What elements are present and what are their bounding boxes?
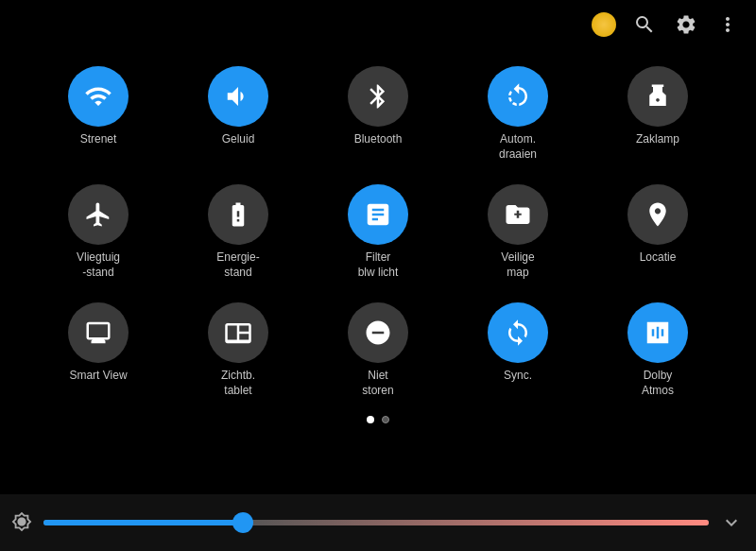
tile-label-autom-draaien: Autom.draaien bbox=[499, 132, 537, 162]
tile-sync[interactable]: Sync. bbox=[448, 291, 588, 409]
tile-label-zaklamp: Zaklamp bbox=[636, 132, 679, 147]
tile-zichtb-tablet[interactable]: Zichtb.tablet bbox=[168, 291, 308, 409]
tile-energie-stand[interactable]: Energie-stand bbox=[168, 173, 308, 291]
brightness-bar bbox=[0, 494, 756, 551]
coin-icon[interactable] bbox=[592, 12, 616, 37]
tile-veilige-map[interactable]: Veiligemap bbox=[448, 173, 588, 291]
tile-label-bluetooth: Bluetooth bbox=[354, 132, 403, 147]
dot-2[interactable] bbox=[382, 416, 389, 423]
tile-vliegtuig-stand[interactable]: Vliegtuig-stand bbox=[28, 173, 168, 291]
tile-bluetooth[interactable]: Bluetooth bbox=[308, 55, 448, 173]
tile-label-veilige-map: Veiligemap bbox=[501, 250, 534, 280]
tile-label-strenet: Strenet bbox=[80, 132, 117, 147]
tile-geluid[interactable]: Geluid bbox=[168, 55, 308, 173]
tile-label-dolby-atmos: DolbyAtmos bbox=[642, 369, 674, 398]
tile-zaklamp[interactable]: Zaklamp bbox=[588, 55, 728, 173]
tile-autom-draaien[interactable]: Autom.draaien bbox=[448, 55, 588, 173]
tile-label-energie-stand: Energie-stand bbox=[216, 250, 259, 280]
search-icon[interactable] bbox=[631, 11, 658, 38]
tile-label-vliegtuig-stand: Vliegtuig-stand bbox=[77, 250, 120, 280]
tile-label-geluid: Geluid bbox=[222, 132, 255, 147]
tile-filter-blw-licht[interactable]: Filterblw licht bbox=[308, 173, 448, 291]
tile-locatie[interactable]: Locatie bbox=[588, 173, 728, 291]
tile-label-filter-blw-licht: Filterblw licht bbox=[358, 250, 399, 280]
chevron-down-icon[interactable] bbox=[718, 509, 745, 536]
tile-niet-storen[interactable]: Nietstoren bbox=[308, 291, 448, 409]
more-icon[interactable] bbox=[714, 11, 741, 38]
brightness-slider[interactable] bbox=[43, 520, 709, 525]
tile-label-smart-view: Smart View bbox=[69, 369, 127, 384]
tile-dolby-atmos[interactable]: DolbyAtmos bbox=[588, 291, 728, 409]
tile-label-zichtb-tablet: Zichtb.tablet bbox=[221, 369, 255, 398]
tile-smart-view[interactable]: Smart View bbox=[28, 291, 168, 409]
brightness-icon bbox=[11, 511, 34, 534]
dot-1[interactable] bbox=[367, 416, 374, 423]
tile-label-niet-storen: Nietstoren bbox=[362, 369, 393, 398]
tile-label-locatie: Locatie bbox=[640, 250, 677, 266]
quick-settings-grid: Strenet Geluid Bluetooth Autom.draaien Z… bbox=[0, 45, 756, 410]
page-dots bbox=[0, 416, 756, 423]
tile-label-sync: Sync. bbox=[504, 369, 532, 384]
top-bar bbox=[0, 0, 756, 45]
tile-strenet[interactable]: Strenet bbox=[28, 55, 168, 173]
settings-icon[interactable] bbox=[673, 11, 699, 38]
